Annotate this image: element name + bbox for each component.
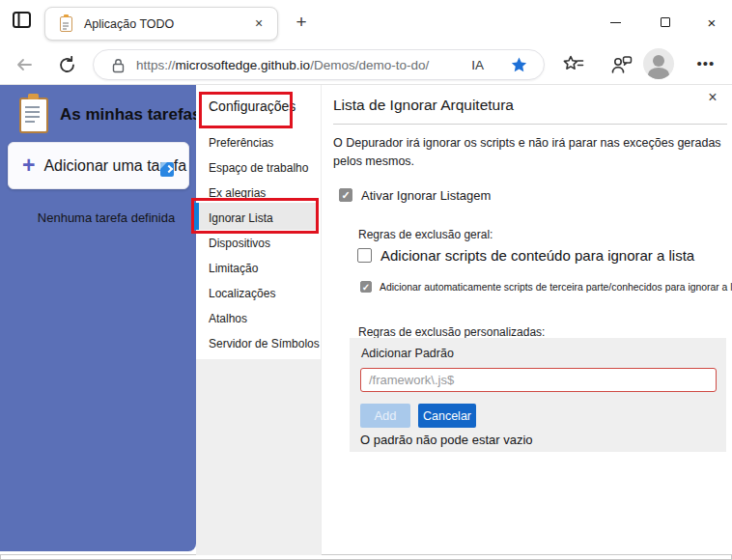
menu-divider bbox=[321, 85, 322, 555]
url-text: https://microsoftedge.github.io/Demos/de… bbox=[136, 58, 429, 72]
browser-tab[interactable]: Aplicação TODO × bbox=[44, 7, 278, 41]
feedback-button[interactable] bbox=[608, 51, 635, 78]
pattern-error-message: O padrão não pode estar vazio bbox=[360, 433, 533, 447]
add-button[interactable]: Add bbox=[360, 404, 410, 428]
page-content: As minhas tarefas + Adicionar uma tarefa… bbox=[0, 85, 732, 555]
refresh-button[interactable] bbox=[54, 52, 79, 77]
url-protocol: https:// bbox=[136, 58, 176, 72]
tasks-clipboard-icon bbox=[19, 98, 48, 133]
settings-item-limitacao[interactable]: Limitação bbox=[209, 262, 317, 281]
favorites-button[interactable] bbox=[560, 51, 587, 78]
plus-icon: + bbox=[22, 154, 35, 177]
cursor-badge-icon bbox=[160, 162, 174, 177]
window-minimize-button[interactable] bbox=[599, 10, 632, 35]
window-close-button[interactable]: × bbox=[695, 10, 728, 35]
tab-strip: Aplicação TODO × + × bbox=[0, 0, 732, 44]
ia-badge[interactable]: IA bbox=[471, 58, 484, 72]
settings-menu-column-footer bbox=[196, 359, 321, 555]
maximize-icon bbox=[661, 17, 670, 27]
favorite-star-icon[interactable] bbox=[510, 56, 528, 78]
panel-close-icon[interactable]: × bbox=[702, 87, 723, 108]
cancel-button[interactable]: Cancelar bbox=[418, 404, 476, 428]
lock-icon bbox=[112, 58, 125, 73]
empty-tasks-message: Nenhuma tarefa definida bbox=[23, 210, 189, 225]
enable-ignore-list-checkbox[interactable]: ✓ bbox=[339, 188, 352, 202]
url-path: /Demos/demo-to-do/ bbox=[310, 58, 429, 72]
selected-item-accent-bar bbox=[194, 203, 199, 230]
enable-ignore-list-label[interactable]: Ativar Ignorar Listagem bbox=[361, 188, 491, 203]
panel-description: O Depurador irá ignorar os scripts e não… bbox=[333, 134, 732, 171]
settings-item-experiencias[interactable]: Ex alegrias bbox=[209, 186, 317, 206]
tab-title: Aplicação TODO bbox=[84, 17, 174, 31]
settings-item-espaco-de-trabalho[interactable]: Espaço de trabalho bbox=[209, 161, 317, 181]
window-maximize-button[interactable] bbox=[649, 10, 682, 35]
browser-window: Aplicação TODO × + × https://mi bbox=[0, 0, 732, 560]
workspaces-icon bbox=[12, 11, 33, 30]
address-bar[interactable]: https://microsoftedge.github.io/Demos/de… bbox=[93, 49, 545, 80]
custom-rules-box: Adicionar Padrão Add Cancelar O padrão n… bbox=[350, 338, 726, 452]
url-host: microsoftedge.github.io bbox=[176, 58, 311, 72]
new-tab-button[interactable]: + bbox=[290, 11, 313, 34]
star-filled-icon bbox=[510, 56, 528, 74]
person-chat-icon bbox=[610, 54, 633, 75]
settings-more-button[interactable]: ••• bbox=[691, 52, 720, 77]
panel-divider bbox=[333, 124, 727, 125]
minimize-icon bbox=[610, 22, 621, 23]
avatar-body-icon bbox=[648, 68, 669, 79]
settings-item-ignorar-lista[interactable]: Ignorar Lista bbox=[209, 211, 317, 231]
settings-item-preferencias[interactable]: Preferências bbox=[209, 136, 317, 155]
settings-item-dispositivos[interactable]: Dispositivos bbox=[209, 237, 317, 256]
third-party-checkbox[interactable]: ✓ bbox=[360, 281, 372, 293]
tab-actions-menu-icon[interactable] bbox=[12, 11, 37, 34]
profile-avatar[interactable] bbox=[643, 48, 674, 79]
refresh-icon bbox=[58, 56, 76, 74]
pattern-input[interactable] bbox=[360, 368, 717, 392]
tasks-heading: As minhas tarefas bbox=[60, 105, 201, 125]
panel-title: Lista de Ignorar Arquitetura bbox=[333, 97, 514, 114]
tab-close-icon[interactable]: × bbox=[250, 14, 267, 32]
browser-toolbar: https://microsoftedge.github.io/Demos/de… bbox=[0, 44, 732, 85]
custom-rules-label: Regras de exclusão personalizadas: bbox=[358, 325, 545, 339]
back-arrow-icon bbox=[14, 56, 34, 73]
general-rules-label: Regras de exclusão geral: bbox=[358, 228, 493, 241]
third-party-label[interactable]: Adicionar automaticamente scripts de ter… bbox=[380, 282, 732, 293]
content-scripts-checkbox[interactable] bbox=[357, 248, 372, 263]
content-scripts-label[interactable]: Adicionar scripts de conteúdo para ignor… bbox=[380, 247, 694, 264]
settings-item-localizacoes[interactable]: Localizações bbox=[209, 287, 317, 306]
avatar-head-icon bbox=[653, 55, 664, 67]
todo-app-favicon-icon bbox=[60, 16, 72, 32]
close-icon: × bbox=[708, 15, 717, 30]
settings-heading: Configurações bbox=[209, 98, 296, 114]
settings-item-atalhos[interactable]: Atalhos bbox=[209, 312, 317, 331]
settings-item-servidor-de-simbolos[interactable]: Servidor de Símbolos bbox=[209, 337, 317, 356]
add-pattern-label: Adicionar Padrão bbox=[361, 347, 454, 360]
back-button[interactable] bbox=[12, 52, 37, 77]
favorites-star-list-icon bbox=[562, 54, 585, 75]
